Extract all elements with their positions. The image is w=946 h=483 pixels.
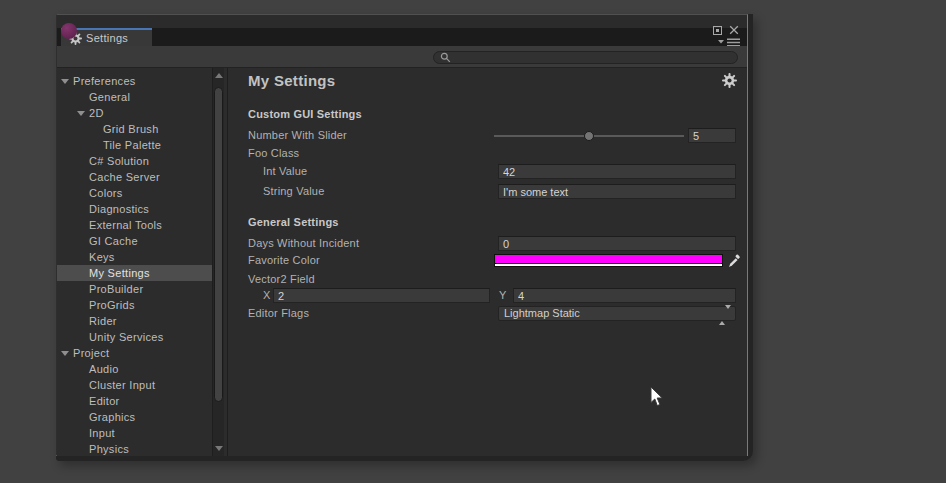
- foldout-triangle-icon[interactable]: [77, 111, 85, 116]
- sidebar-item-label: GI Cache: [57, 233, 212, 249]
- editor-flags-dropdown[interactable]: Lightmap Static: [498, 306, 736, 321]
- sidebar-item-label: C# Solution: [57, 153, 212, 169]
- sidebar-item-unity-services[interactable]: Unity Services: [57, 329, 212, 345]
- y-value-field[interactable]: [513, 288, 736, 303]
- field-label: Days Without Incident: [248, 237, 359, 249]
- sidebar-item-label: External Tools: [57, 217, 212, 233]
- sidebar-item-rider[interactable]: Rider: [57, 313, 212, 329]
- sidebar-item-label: Colors: [57, 185, 212, 201]
- settings-window-frame: Settings: [56, 14, 753, 461]
- settings-window: Settings: [56, 14, 748, 456]
- close-button[interactable]: [729, 25, 739, 35]
- sidebar-item-grid-brush[interactable]: Grid Brush: [57, 121, 212, 137]
- slider[interactable]: [494, 128, 684, 144]
- sidebar-item-general[interactable]: General: [57, 89, 212, 105]
- section-header-general: General Settings: [248, 216, 339, 228]
- search-box[interactable]: [433, 51, 738, 64]
- search-icon: [440, 52, 451, 63]
- sidebar-item-label: General: [57, 89, 212, 105]
- purple-dot: [61, 23, 77, 39]
- sidebar-item-cluster-input[interactable]: Cluster Input: [57, 377, 212, 393]
- color-swatch[interactable]: [494, 254, 723, 267]
- row-vector2-xy: X Y: [228, 288, 747, 304]
- x-value-field[interactable]: [273, 288, 490, 303]
- slider-value-field[interactable]: [688, 128, 736, 143]
- sidebar-item-editor[interactable]: Editor: [57, 393, 212, 409]
- row-editor-flags: Editor Flags Lightmap Static: [228, 306, 747, 322]
- section-header-custom-gui: Custom GUI Settings: [248, 108, 362, 120]
- search-input[interactable]: [451, 52, 733, 63]
- sidebar-item-label: Input: [57, 425, 212, 441]
- sidebar-item-label: Cache Server: [57, 169, 212, 185]
- slider-thumb[interactable]: [584, 131, 594, 141]
- sidebar-item-label: Grid Brush: [57, 121, 212, 137]
- tab-well: Settings: [57, 28, 747, 46]
- sidebar-item-probuilder[interactable]: ProBuilder: [57, 281, 212, 297]
- maximize-button[interactable]: [713, 26, 722, 35]
- sidebar-item-2d[interactable]: 2D: [57, 105, 212, 121]
- field-label: String Value: [263, 185, 325, 197]
- sidebar-item-gi-cache[interactable]: GI Cache: [57, 233, 212, 249]
- sidebar-item-cache-server[interactable]: Cache Server: [57, 169, 212, 185]
- dropdown-arrows-icon: [719, 309, 731, 322]
- scrollbar-thumb[interactable]: [214, 87, 223, 402]
- sidebar-item-label: Unity Services: [57, 329, 212, 345]
- sidebar-item-label: Diagnostics: [57, 201, 212, 217]
- sidebar-item-label: Keys: [57, 249, 212, 265]
- x-label: X: [263, 289, 270, 301]
- sidebar-item-label: Preferences: [57, 73, 212, 89]
- tab-title: Settings: [86, 32, 128, 44]
- sidebar-item-audio[interactable]: Audio: [57, 361, 212, 377]
- alpha-bar: [495, 264, 722, 266]
- row-favorite-color: Favorite Color: [228, 253, 747, 269]
- window-body: Preferences General 2D Grid Brush Tile P…: [57, 68, 747, 456]
- sidebar-item-label: Cluster Input: [57, 377, 212, 393]
- mouse-cursor-icon: [650, 386, 664, 411]
- sidebar-item-label: Tile Palette: [57, 137, 212, 153]
- sidebar-item-label: ProGrids: [57, 297, 212, 313]
- sidebar-item-physics[interactable]: Physics: [57, 441, 212, 456]
- sidebar-item-tile-palette[interactable]: Tile Palette: [57, 137, 212, 153]
- sidebar-item-label: Graphics: [57, 409, 212, 425]
- field-label: Favorite Color: [248, 254, 320, 266]
- sidebar-item-my-settings[interactable]: My Settings: [57, 265, 212, 281]
- eyedropper-icon[interactable]: [727, 253, 741, 268]
- sidebar-item-colors[interactable]: Colors: [57, 185, 212, 201]
- foo-class-label: Foo Class: [248, 147, 299, 159]
- sidebar-item-keys[interactable]: Keys: [57, 249, 212, 265]
- scroll-down-icon[interactable]: [215, 446, 223, 451]
- sidebar-item-graphics[interactable]: Graphics: [57, 409, 212, 425]
- sidebar-item-label: Editor: [57, 393, 212, 409]
- row-int-value: Int Value: [228, 164, 747, 180]
- row-number-with-slider: Number With Slider: [228, 128, 747, 144]
- page-title: My Settings: [248, 72, 335, 89]
- sidebar-item-diagnostics[interactable]: Diagnostics: [57, 201, 212, 217]
- sidebar-scrollbar[interactable]: [212, 68, 224, 456]
- sidebar-item-label: ProBuilder: [57, 281, 212, 297]
- sidebar-item-input[interactable]: Input: [57, 425, 212, 441]
- foldout-triangle-icon[interactable]: [61, 351, 69, 356]
- settings-gear-button[interactable]: [721, 72, 737, 88]
- main-panel: My Settings Custom GUI Set: [228, 68, 747, 456]
- sidebar-item-progrids[interactable]: ProGrids: [57, 297, 212, 313]
- row-string-value: String Value: [228, 184, 747, 200]
- sidebar-item-label: Physics: [57, 441, 212, 456]
- string-value-field[interactable]: [498, 184, 736, 199]
- sidebar-item-preferences[interactable]: Preferences: [57, 73, 212, 89]
- scroll-up-icon[interactable]: [215, 73, 223, 78]
- sidebar-item-c-solution[interactable]: C# Solution: [57, 153, 212, 169]
- titlebar: [57, 15, 747, 28]
- days-without-incident-field[interactable]: [498, 236, 736, 251]
- color-swatch-fill: [495, 255, 722, 263]
- sidebar-item-external-tools[interactable]: External Tools: [57, 217, 212, 233]
- y-label: Y: [499, 289, 506, 301]
- field-label: Int Value: [263, 165, 307, 177]
- int-value-field[interactable]: [498, 164, 736, 179]
- sidebar-item-project[interactable]: Project: [57, 345, 212, 361]
- sidebar-item-label: Rider: [57, 313, 212, 329]
- foldout-triangle-icon[interactable]: [61, 79, 69, 84]
- dropdown-selected-value: Lightmap Static: [504, 307, 580, 319]
- field-label: Editor Flags: [248, 307, 309, 319]
- row-days-without-incident: Days Without Incident: [228, 236, 747, 252]
- sidebar-tree: Preferences General 2D Grid Brush Tile P…: [57, 68, 212, 456]
